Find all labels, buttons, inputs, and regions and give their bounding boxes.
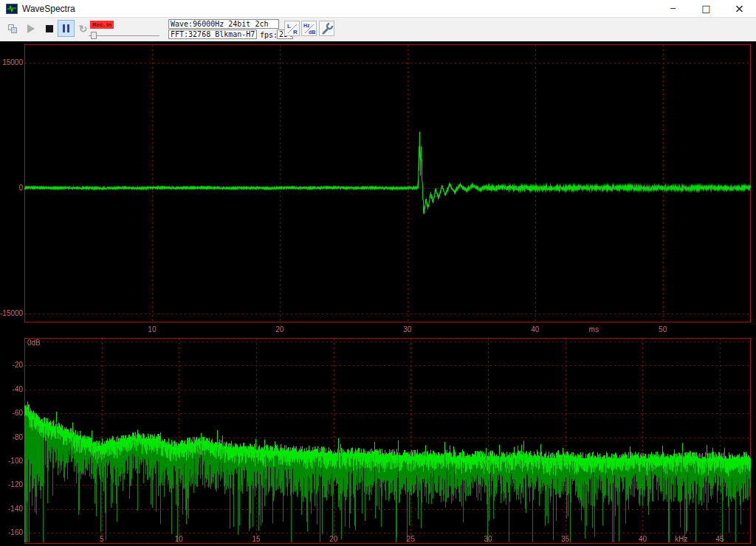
play-button[interactable]: [22, 20, 39, 37]
waveform-xtick-label: 10: [141, 325, 163, 334]
svg-text:dB: dB: [309, 30, 315, 35]
rec-in-indicator: Rec. In: [90, 21, 114, 29]
stop-icon: [46, 25, 53, 32]
lr-channel-icon: L R: [286, 22, 299, 35]
pause-icon: [63, 24, 69, 32]
svg-text:L: L: [287, 23, 291, 30]
fft-settings-field: FFT:32768 Blkman-H7: [168, 30, 257, 39]
loop-icon: ↻: [79, 24, 88, 34]
maximize-icon: □: [701, 3, 710, 14]
spectrum-ytick-label: -80: [0, 433, 23, 441]
spectrum-xtick-label: 20: [323, 535, 345, 543]
minimize-button[interactable]: ─: [656, 0, 690, 17]
stop-button[interactable]: [41, 20, 58, 37]
app-icon: [6, 3, 18, 15]
spectrum-ytick-label: -160: [0, 528, 23, 536]
wavespectra-window: WaveSpectra ─ □ ×: [0, 0, 756, 546]
spectrum-ytick-label: -100: [0, 457, 23, 465]
device-button[interactable]: [4, 20, 21, 37]
svg-text:R: R: [293, 29, 298, 35]
spectrum-ytick-label: -60: [0, 409, 23, 417]
spectrum-xtick-label: 40: [631, 535, 653, 543]
play-icon: [27, 24, 35, 33]
waveform-xtick-label: 30: [396, 325, 419, 334]
pause-button[interactable]: [58, 20, 75, 37]
spectrum-xtick-label: 10: [168, 535, 190, 543]
spectrum-panel: 0dB-20-40-60-80-100-120-140-160510152025…: [0, 336, 756, 546]
waveform-ytick-label: 0: [0, 184, 23, 192]
window-controls: ─ □ ×: [656, 0, 756, 17]
spectrum-ytick-label: -40: [0, 385, 23, 393]
slider-track: [89, 35, 159, 36]
spectrum-xunit-label: kHz: [670, 535, 693, 543]
spectrum-xtick-label: 5: [91, 535, 113, 543]
hz-db-scale-button[interactable]: Hz dB: [301, 21, 317, 36]
waveform-ytick-label: 15000: [0, 58, 23, 66]
fps-label: fps:: [260, 31, 278, 39]
waveform-xtick-label: 40: [524, 325, 546, 334]
waveform-xtick-label: 50: [652, 325, 674, 334]
settings-button[interactable]: [319, 21, 334, 36]
spectrum-xtick-label: 15: [245, 535, 267, 543]
titlebar: WaveSpectra ─ □ ×: [0, 0, 756, 18]
spectrum-ytick-label: 0dB: [27, 339, 41, 347]
lr-channel-button[interactable]: L R: [284, 21, 300, 36]
wave-format-field: Wave:96000Hz 24bit 2ch: [168, 19, 279, 29]
close-icon: ×: [735, 1, 744, 15]
window-title: WaveSpectra: [22, 4, 75, 14]
spectrum-canvas: [24, 338, 751, 544]
spectrum-xtick-label: 30: [477, 535, 499, 543]
svg-text:Hz: Hz: [303, 23, 310, 28]
spectrum-ytick-label: -120: [0, 480, 23, 488]
volume-slider: [89, 31, 159, 40]
toolbar: ↻ Rec. In Wave:96000Hz 24bit 2ch FFT:327…: [0, 18, 756, 41]
spectrum-ytick-label: -20: [0, 361, 23, 369]
waveform-xtick-label: 20: [269, 325, 291, 334]
waveform-panel: 150000-150001020304050ms: [0, 41, 756, 336]
wrench-icon: [320, 22, 334, 35]
device-icon: [7, 24, 18, 34]
waveform-canvas: [24, 44, 751, 322]
waveform-ytick-label: -15000: [0, 309, 23, 317]
slider-thumb[interactable]: [91, 32, 97, 39]
spectrum-xtick-label: 35: [554, 535, 577, 543]
maximize-button[interactable]: □: [690, 0, 723, 17]
spectrum-xtick-label: 45: [709, 535, 731, 543]
minimize-icon: ─: [670, 4, 676, 13]
waveform-xunit-label: ms: [583, 325, 605, 334]
spectrum-ytick-label: -140: [0, 505, 23, 513]
spectrum-xtick-label: 25: [399, 535, 422, 543]
hz-db-scale-icon: Hz dB: [303, 22, 316, 35]
close-button[interactable]: ×: [723, 0, 756, 17]
